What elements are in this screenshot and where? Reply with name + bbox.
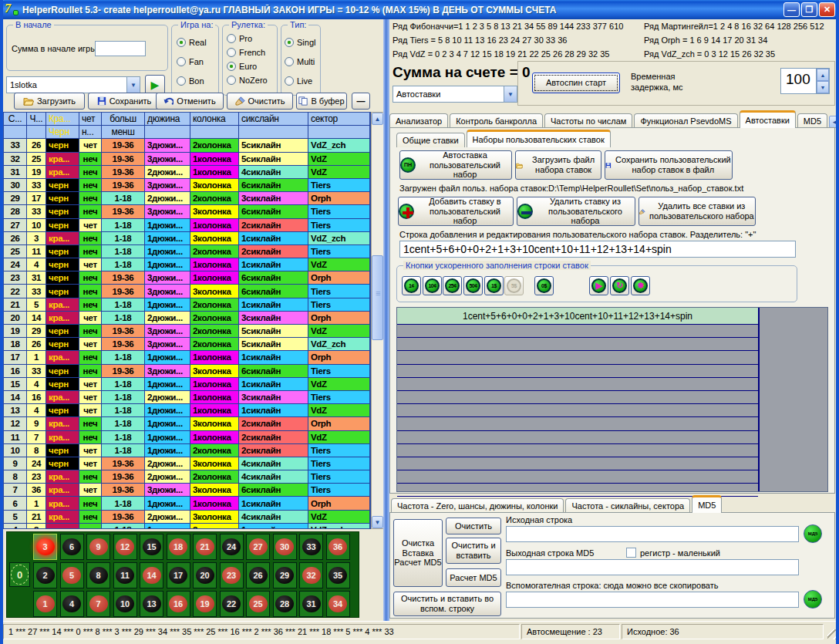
coin-button-1¢[interactable]: 1¢ bbox=[402, 276, 421, 295]
table-row[interactable]: 823кра...неч19-362дюжи...2колонка4сиклай… bbox=[4, 470, 370, 484]
board-cell-28[interactable]: 28 bbox=[273, 591, 297, 617]
md5-calc-button[interactable]: Расчет MD5 bbox=[446, 568, 501, 587]
tab-bankroll[interactable]: Контроль банкролла bbox=[450, 113, 543, 128]
table-row[interactable]: 2511черннеч1-181дюжи...2колонка2сиклайнT… bbox=[4, 245, 370, 258]
md5-run-icon[interactable]: МД5 bbox=[804, 524, 822, 543]
subtab-user-sets[interactable]: Наборы пользовательских ставок bbox=[467, 130, 611, 147]
board-cell-3[interactable]: 3 bbox=[33, 534, 57, 560]
chevron-down-icon[interactable]: ▼ bbox=[504, 86, 517, 102]
delete-stake-button[interactable]: Удалить ставку из пользовательского набо… bbox=[517, 197, 635, 226]
board-cell-22[interactable]: 22 bbox=[220, 591, 244, 617]
coin-button-25¢[interactable]: 25¢ bbox=[443, 276, 462, 295]
table-row[interactable]: 129кра...неч1-181дюжи...3колонка2сиклайн… bbox=[4, 417, 370, 430]
coin-button-10¢[interactable]: 10¢ bbox=[423, 276, 442, 295]
table-row[interactable]: 154чернчет1-181дюжи...1колонка1сиклайнVd… bbox=[4, 378, 370, 391]
radio-pro[interactable]: Pro bbox=[227, 34, 252, 43]
coin-button-50¢[interactable]: 50¢ bbox=[463, 276, 483, 295]
table-row[interactable]: 2917черннеч1-182дюжи...2колонка3сиклайнO… bbox=[4, 192, 370, 205]
save-button[interactable]: Сохранить bbox=[88, 93, 160, 110]
table-row[interactable]: 171кра...неч1-181дюжи...1колонка1сиклайн… bbox=[4, 351, 370, 364]
board-cell-29[interactable]: 29 bbox=[273, 562, 297, 588]
board-cell-36[interactable]: 36 bbox=[326, 534, 350, 560]
table-row[interactable]: 2710чернчет1-181дюжи...1колонка2сиклайнT… bbox=[4, 219, 370, 232]
grid-row-empty[interactable] bbox=[397, 338, 758, 351]
radio-euro[interactable]: Euro bbox=[227, 62, 257, 71]
tab-scroll-left-icon[interactable]: ◄ bbox=[829, 116, 839, 128]
table-row[interactable]: 61кра...неч1-181дюжи...1колонка1сиклайнO… bbox=[4, 497, 370, 510]
spin-button[interactable]: ✸ bbox=[631, 276, 650, 295]
play-button[interactable]: ▶ bbox=[589, 276, 608, 295]
board-cell-1[interactable]: 1 bbox=[33, 591, 57, 617]
save-set-file-button[interactable]: Сохранить пользовательский набор ставок … bbox=[605, 150, 733, 180]
scroll-up-icon[interactable]: ▲ bbox=[372, 113, 383, 125]
grid-row-empty[interactable] bbox=[397, 444, 758, 457]
board-cell-8[interactable]: 8 bbox=[86, 562, 110, 588]
table-row[interactable]: 2833черннеч19-363дюжи...3колонка6сиклайн… bbox=[4, 205, 370, 218]
radio-nozero[interactable]: NoZero bbox=[227, 76, 268, 85]
board-cell-18[interactable]: 18 bbox=[167, 534, 190, 560]
md5-aux-input[interactable] bbox=[506, 592, 799, 608]
delay-spinner[interactable]: 100 ▲ ▼ bbox=[780, 68, 830, 94]
autostakes-combo[interactable]: Автоставки▼ bbox=[393, 86, 517, 103]
board-cell-31[interactable]: 31 bbox=[299, 591, 323, 617]
board-cell-5[interactable]: 5 bbox=[60, 562, 84, 588]
table-row[interactable]: 736кра...чет19-363дюжи...3колонка6сиклай… bbox=[4, 484, 370, 497]
maximize-icon[interactable]: ❐ bbox=[801, 2, 817, 17]
table-scrollbar[interactable]: ▲ ▼ bbox=[371, 112, 384, 529]
to-buffer-button[interactable]: В буфер bbox=[296, 93, 347, 110]
table-row[interactable]: 3326чернчет19-363дюжи...2колонка5сиклайн… bbox=[4, 139, 370, 152]
undo-button[interactable]: Отменить bbox=[156, 93, 224, 110]
title-bar[interactable]: 7 HelperRoullet 5.3- create helperroulle… bbox=[0, 0, 839, 19]
table-row[interactable]: 2331черннеч19-363дюжи...1колонка6сиклайн… bbox=[4, 271, 370, 285]
board-cell-9[interactable]: 9 bbox=[86, 534, 110, 560]
grid-row-empty[interactable] bbox=[397, 365, 758, 378]
board-cell-34[interactable]: 34 bbox=[326, 591, 350, 617]
autostake-set-button[interactable]: ПН Автоставка пользовательский набор bbox=[399, 150, 512, 180]
grid-row-empty[interactable] bbox=[397, 378, 758, 391]
board-cell-10[interactable]: 10 bbox=[113, 591, 137, 617]
grid-row-empty[interactable] bbox=[397, 351, 758, 364]
coin-button-1$[interactable]: 1$ bbox=[484, 276, 504, 295]
tab-md5-bottom[interactable]: MD5 bbox=[692, 495, 722, 513]
board-cell-6[interactable]: 6 bbox=[60, 534, 84, 560]
board-cell-4[interactable]: 4 bbox=[60, 591, 84, 617]
table-row[interactable]: 3119кра...неч19-362дюжи...1колонка4сикла… bbox=[4, 166, 370, 179]
load-set-file-button[interactable]: Загрузить файл набора ставок bbox=[515, 150, 601, 180]
md5-big-button[interactable]: Очистка Вставка Расчет MD5 bbox=[393, 519, 443, 587]
chevron-down-icon[interactable]: ▼ bbox=[126, 77, 140, 93]
delay-value[interactable]: 100 bbox=[781, 69, 816, 93]
load-button[interactable]: Загрузить bbox=[14, 93, 85, 110]
table-row[interactable]: 924чернчет19-362дюжи...3колонка4сиклайнT… bbox=[4, 457, 370, 470]
md5-clear-button[interactable]: Очистить bbox=[446, 518, 501, 534]
board-cell-27[interactable]: 27 bbox=[246, 534, 270, 560]
scroll-thumb[interactable] bbox=[372, 255, 383, 340]
radio-fan[interactable]: Fan bbox=[177, 57, 204, 66]
subtab-common-stakes[interactable]: Общие ставки bbox=[396, 133, 465, 147]
board-cell-25[interactable]: 25 bbox=[246, 591, 270, 617]
md5-lowercase-checkbox[interactable] bbox=[626, 548, 636, 558]
board-cell-30[interactable]: 30 bbox=[273, 534, 297, 560]
board-cell-13[interactable]: 13 bbox=[140, 591, 163, 617]
board-cell-23[interactable]: 23 bbox=[220, 562, 244, 588]
board-cell-15[interactable]: 15 bbox=[140, 534, 163, 560]
grid-row-empty[interactable] bbox=[397, 457, 758, 470]
grid-row-empty[interactable] bbox=[397, 404, 758, 417]
board-cell-19[interactable]: 19 bbox=[193, 591, 217, 617]
collapse-button[interactable]: — bbox=[352, 93, 370, 110]
board-cell-35[interactable]: 35 bbox=[326, 562, 350, 588]
coin-button-0$[interactable]: 0$ bbox=[534, 276, 554, 295]
board-cell-12[interactable]: 12 bbox=[113, 534, 137, 560]
add-stake-button[interactable]: Добавить ставку в пользовательский набор bbox=[398, 197, 514, 226]
delete-all-stakes-button[interactable]: Удалить все ставки из пользовательского … bbox=[639, 197, 756, 226]
clear-button[interactable]: Очистить bbox=[227, 93, 293, 110]
radio-live[interactable]: Live bbox=[285, 76, 312, 86]
table-row[interactable]: 1929черннеч19-363дюжи...2колонка5сиклайн… bbox=[4, 325, 370, 338]
table-row[interactable]: 521кра...неч19-362дюжи...3колонка4сиклай… bbox=[4, 511, 370, 524]
table-row[interactable]: 43кра...неч1-181дюжи...3колонка1сиклайнV… bbox=[4, 524, 370, 529]
tab-psevdoms[interactable]: Функционал PsevdoMS bbox=[634, 113, 737, 128]
md5-aux-run-icon[interactable]: МД5 bbox=[804, 590, 822, 609]
board-cell-7[interactable]: 7 bbox=[86, 591, 110, 617]
stake-set-grid[interactable]: 1cent+5+6+0+0+2+1+3+10cent+10+11+12+13+1… bbox=[396, 307, 828, 492]
table-row[interactable]: 134чернчет1-181дюжи...1колонка1сиклайнVd… bbox=[4, 404, 370, 417]
grid-row-empty[interactable] bbox=[397, 431, 758, 444]
